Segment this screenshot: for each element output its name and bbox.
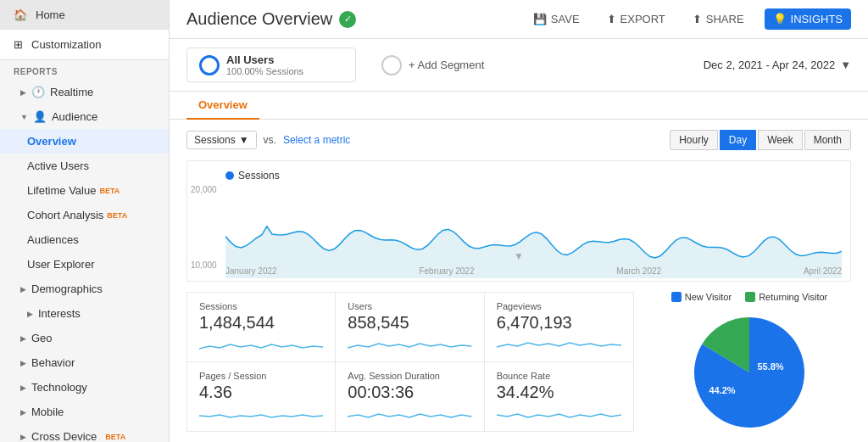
sidebar-item-realtime[interactable]: ▶ 🕐 Realtime	[0, 80, 169, 104]
x-label-mar: March 2022	[616, 266, 661, 276]
metric-select-row: Sessions ▼ vs. Select a metric	[186, 131, 350, 149]
sidebar-item-user-explorer[interactable]: User Explorer	[0, 252, 169, 277]
line-chart-canvas	[225, 185, 842, 278]
stats-grid: Sessions 1,484,544 Users 858,545 Pagevie…	[186, 292, 634, 432]
behavior-label: Behavior	[31, 356, 75, 369]
sparkline-pages	[199, 406, 323, 422]
save-icon: 💾	[533, 13, 547, 25]
share-label: SHARE	[706, 13, 744, 25]
sidebar-item-demographics[interactable]: ▶ Demographics	[0, 277, 169, 301]
stat-bounce: Bounce Rate 34.42%	[485, 362, 633, 431]
tab-bar: Overview	[170, 92, 868, 120]
legend-dot-new	[671, 292, 682, 302]
lifetime-value-label: Lifetime Value	[27, 184, 96, 197]
legend-label-returning: Returning Visitor	[759, 292, 827, 302]
hourly-button[interactable]: Hourly	[670, 130, 718, 150]
stat-pages-session: Pages / Session 4.36	[187, 362, 336, 431]
page-header: Audience Overview ✓ 💾 SAVE ⬆ EXPORT ⬆ SH…	[170, 0, 868, 39]
chevron-icon-mobile: ▶	[20, 408, 26, 417]
segment-text: All Users 100.00% Sessions	[226, 53, 303, 76]
scroll-indicator: ▼	[514, 250, 524, 262]
reports-section-label: REPORTS	[0, 60, 169, 80]
clock-icon: 🕐	[31, 86, 45, 98]
week-button[interactable]: Week	[758, 130, 802, 150]
add-segment-button[interactable]: + Add Segment	[370, 50, 496, 81]
sidebar-item-cohort-analysis[interactable]: Cohort Analysis BETA	[0, 203, 169, 227]
sidebar-item-lifetime-value[interactable]: Lifetime Value BETA	[0, 178, 169, 203]
sidebar-item-interests[interactable]: ▶ Interests	[0, 301, 169, 326]
grid-icon: ⊞	[14, 38, 23, 51]
sidebar-item-customization[interactable]: ⊞ Customization	[0, 30, 169, 59]
stat-avg-session: Avg. Session Duration 00:03:36	[336, 362, 484, 431]
sidebar-item-audiences[interactable]: Audiences	[0, 227, 169, 252]
stat-value: 1,484,544	[199, 313, 323, 333]
line-chart-area: Sessions 20,000 10,000 January 2022 Febr…	[186, 160, 851, 282]
x-label-jan: January 2022	[225, 266, 277, 276]
sidebar-item-mobile[interactable]: ▶ Mobile	[0, 400, 169, 424]
sidebar-item-label: Realtime	[50, 86, 93, 98]
sidebar-item-audience[interactable]: ▼ 👤 Audience	[0, 104, 169, 129]
tab-overview[interactable]: Overview	[186, 92, 259, 120]
metric-select-value: Sessions	[194, 134, 236, 146]
chart-y-axis: 20,000 10,000	[191, 185, 217, 270]
stat-users: Users 858,545	[336, 293, 484, 362]
chevron-icon-cross: ▶	[20, 433, 26, 441]
share-button[interactable]: ⬆ SHARE	[686, 9, 751, 29]
all-users-segment[interactable]: All Users 100.00% Sessions	[186, 48, 356, 82]
geo-label: Geo	[31, 332, 53, 344]
select-metric-link[interactable]: Select a metric	[283, 134, 350, 146]
sparkline-avg	[348, 406, 471, 422]
stat-label: Sessions	[199, 301, 323, 311]
chevron-down-icon: ▼	[20, 113, 28, 121]
sidebar-item-home[interactable]: 🏠 Home	[0, 0, 169, 30]
chart-series-label: Sessions	[225, 170, 842, 182]
y-label-high: 20,000	[191, 185, 217, 194]
insights-button[interactable]: 💡 INSIGHTS	[765, 8, 851, 30]
stat-value-bounce: 34.42%	[497, 383, 621, 402]
content-area: Sessions ▼ vs. Select a metric Hourly Da…	[170, 120, 868, 442]
segment-circle-icon	[199, 55, 220, 76]
export-label: EXPORT	[620, 13, 665, 25]
stat-label-pageviews: Pageviews	[497, 301, 621, 311]
cross-device-label: Cross Device	[31, 430, 97, 442]
save-button[interactable]: 💾 SAVE	[526, 9, 587, 29]
stat-value-pageviews: 6,470,193	[497, 313, 621, 333]
sidebar: 🏠 Home ⊞ Customization REPORTS ▶ 🕐 Realt…	[0, 0, 170, 442]
segment-sub: 100.00% Sessions	[226, 66, 303, 76]
header-actions: 💾 SAVE ⬆ EXPORT ⬆ SHARE 💡 INSIGHTS	[526, 8, 851, 30]
stat-sessions: Sessions 1,484,544	[187, 293, 336, 362]
metric-dropdown[interactable]: Sessions ▼	[186, 131, 257, 149]
chevron-icon: ▶	[20, 88, 26, 97]
technology-label: Technology	[31, 381, 87, 394]
sidebar-item-technology[interactable]: ▶ Technology	[0, 375, 169, 400]
chevron-down-metric: ▼	[239, 134, 249, 146]
main-content: Audience Overview ✓ 💾 SAVE ⬆ EXPORT ⬆ SH…	[170, 0, 868, 442]
chevron-icon-behavior: ▶	[20, 359, 26, 367]
sidebar-item-overview[interactable]: Overview	[0, 129, 169, 154]
mobile-label: Mobile	[31, 406, 64, 418]
sidebar-item-cross-device[interactable]: ▶ Cross Device BETA	[0, 424, 169, 442]
month-button[interactable]: Month	[804, 130, 851, 150]
sidebar-item-label: Home	[36, 8, 65, 21]
chart-controls: Sessions ▼ vs. Select a metric Hourly Da…	[186, 130, 851, 150]
chevron-icon-interests: ▶	[27, 310, 33, 318]
date-range-selector[interactable]: Dec 2, 2021 - Apr 24, 2022 ▼	[704, 59, 851, 71]
legend-dot-returning	[745, 292, 755, 302]
sidebar-item-geo[interactable]: ▶ Geo	[0, 326, 169, 350]
save-label: SAVE	[551, 13, 580, 25]
chevron-icon-tech: ▶	[20, 383, 26, 392]
person-icon: 👤	[33, 110, 47, 123]
sidebar-item-behavior[interactable]: ▶ Behavior	[0, 350, 169, 375]
verified-icon: ✓	[339, 11, 356, 28]
interests-label: Interests	[38, 307, 81, 320]
stat-value-pages: 4.36	[199, 383, 323, 402]
export-button[interactable]: ⬆ EXPORT	[600, 9, 672, 29]
beta-badge-cross: BETA	[105, 433, 125, 441]
active-users-label: Active Users	[27, 159, 89, 172]
export-icon: ⬆	[607, 13, 616, 25]
chevron-down-icon-date: ▼	[840, 59, 851, 71]
day-button[interactable]: Day	[720, 130, 756, 150]
sidebar-item-active-users[interactable]: Active Users	[0, 154, 169, 178]
legend-label-new: New Visitor	[685, 292, 732, 302]
cohort-analysis-label: Cohort Analysis	[27, 209, 103, 221]
